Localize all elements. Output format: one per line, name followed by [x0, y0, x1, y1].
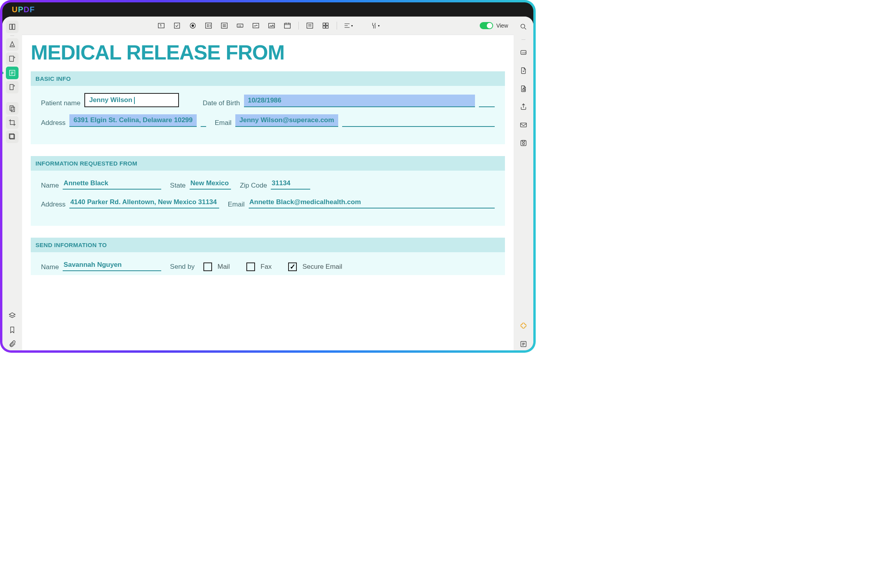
watermark-tool-icon[interactable]	[6, 130, 19, 143]
svg-rect-4	[11, 107, 15, 112]
email-label: Email	[215, 119, 232, 127]
secure-email-checkbox-label: Secure Email	[302, 263, 342, 271]
notes-icon[interactable]	[517, 338, 530, 350]
req-address-label: Address	[41, 201, 65, 208]
address-label: Address	[41, 119, 65, 127]
address-field[interactable]: 6391 Elgin St. Celina, Delaware 10299	[69, 114, 196, 127]
ai-assistant-icon[interactable]	[517, 320, 530, 332]
text-field-icon[interactable]	[156, 21, 166, 30]
patient-name-label: Patient name	[41, 99, 80, 107]
svg-point-23	[521, 24, 525, 28]
listbox-field-icon[interactable]	[220, 21, 229, 30]
mail-checkbox[interactable]	[203, 262, 212, 271]
layers-icon[interactable]	[6, 309, 19, 322]
req-state-field[interactable]: New Mexico	[190, 178, 231, 190]
form-tool-icon[interactable]	[6, 67, 19, 79]
form-toolbar: OK ▾ ▾ View	[22, 17, 514, 35]
send-name-label: Name	[41, 263, 59, 271]
ocr-icon[interactable]: OCR	[517, 46, 530, 59]
svg-rect-26	[523, 89, 525, 91]
section-requested: INFORMATION REQUESTED FROM Name Annette …	[31, 156, 505, 226]
document-title: MEDICAL RELEASE FROM	[31, 41, 505, 64]
svg-point-10	[192, 25, 194, 27]
section-send: SEND INFORMATION TO Name Savannah Nguyen…	[31, 238, 505, 275]
fax-checkbox[interactable]	[246, 262, 255, 271]
dob-field[interactable]: 10/28/1986	[244, 95, 475, 107]
svg-rect-3	[10, 106, 13, 110]
search-icon[interactable]	[517, 20, 530, 33]
svg-rect-20	[326, 23, 328, 25]
secure-email-checkbox[interactable]	[288, 262, 297, 271]
protect-icon[interactable]	[517, 82, 530, 95]
checkbox-field-icon[interactable]	[172, 21, 182, 30]
send-by-label: Send by	[170, 263, 194, 271]
req-email-label: Email	[228, 201, 245, 208]
fax-checkbox-label: Fax	[261, 263, 272, 271]
req-email-field[interactable]: Annette Black@medicalhealth.com	[249, 197, 495, 208]
crop-tool-icon[interactable]	[6, 116, 19, 129]
app-logo: UPDF	[12, 5, 35, 14]
left-sidebar	[2, 17, 22, 350]
button-field-icon[interactable]: OK	[235, 21, 245, 30]
svg-rect-2	[10, 84, 13, 89]
section-header: BASIC INFO	[31, 71, 505, 86]
signature-field-icon[interactable]	[251, 21, 261, 30]
svg-rect-21	[323, 26, 325, 28]
req-address-field[interactable]: 4140 Parker Rd. Allentown, New Mexico 31…	[69, 197, 219, 208]
attachment-icon[interactable]	[6, 338, 19, 350]
page-tool-icon[interactable]	[6, 81, 19, 93]
svg-rect-0	[9, 56, 13, 61]
svg-rect-16	[268, 23, 274, 28]
svg-rect-30	[522, 140, 525, 141]
reader-mode-icon[interactable]	[6, 20, 19, 33]
view-toggle[interactable]	[480, 22, 493, 29]
comment-tool-icon[interactable]	[6, 38, 19, 51]
svg-rect-8	[174, 23, 179, 28]
grid-view-icon[interactable]	[321, 21, 330, 30]
req-name-field[interactable]: Annette Black	[63, 178, 161, 190]
email-icon[interactable]	[517, 119, 530, 131]
req-state-label: State	[170, 182, 186, 190]
edit-tool-icon[interactable]	[6, 52, 19, 65]
svg-rect-22	[326, 26, 328, 28]
patient-name-field[interactable]: Jenny Wilson	[84, 93, 179, 107]
dob-label: Date of Birth	[203, 99, 240, 107]
bookmark-icon[interactable]	[6, 324, 19, 336]
date-field-icon[interactable]	[283, 21, 292, 30]
form-list-icon[interactable]	[305, 21, 315, 30]
svg-rect-27	[521, 123, 527, 127]
organize-pages-icon[interactable]	[6, 102, 19, 115]
section-basic-info: BASIC INFO Patient name Jenny Wilson Dat…	[31, 71, 505, 144]
svg-rect-7	[158, 23, 164, 28]
send-name-field[interactable]: Savannah Nguyen	[63, 259, 161, 271]
svg-point-29	[523, 143, 525, 145]
save-icon[interactable]	[517, 137, 530, 149]
radio-field-icon[interactable]	[188, 21, 197, 30]
section-header: SEND INFORMATION TO	[31, 238, 505, 252]
image-field-icon[interactable]	[267, 21, 276, 30]
form-tools-icon[interactable]: ▾	[370, 21, 380, 30]
svg-rect-18	[307, 23, 313, 28]
req-zip-label: Zip Code	[240, 182, 267, 190]
req-zip-field[interactable]: 31134	[271, 178, 310, 190]
dropdown-field-icon[interactable]	[204, 21, 213, 30]
section-header: INFORMATION REQUESTED FROM	[31, 156, 505, 171]
document-canvas[interactable]: MEDICAL RELEASE FROM BASIC INFO Patient …	[22, 35, 514, 350]
view-toggle-label: View	[496, 22, 508, 29]
share-icon[interactable]	[517, 100, 530, 113]
svg-rect-17	[284, 23, 290, 28]
convert-icon[interactable]	[517, 64, 530, 77]
svg-rect-19	[323, 23, 325, 25]
align-tool-icon[interactable]: ▾	[343, 21, 353, 30]
svg-text:OCR: OCR	[522, 52, 527, 54]
req-name-label: Name	[41, 182, 59, 190]
svg-text:OK: OK	[238, 25, 241, 27]
email-field[interactable]: Jenny Wilson@superace.com	[235, 114, 338, 127]
mail-checkbox-label: Mail	[218, 263, 230, 271]
right-sidebar: OCR	[514, 17, 533, 350]
